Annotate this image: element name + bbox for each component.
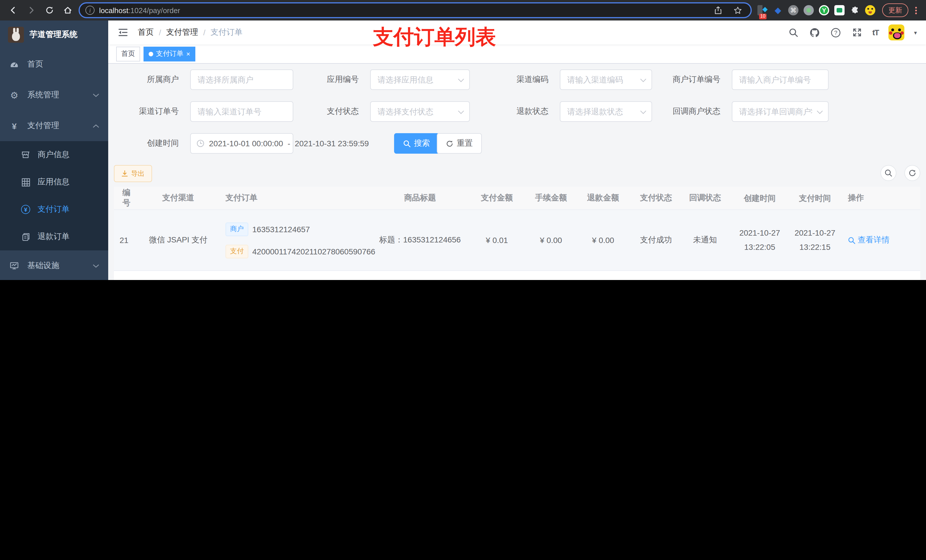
sidebar-item-refund-order[interactable]: 退款订单 (0, 223, 108, 251)
chevron-down-icon (817, 106, 823, 117)
sidebar-item-label: 基础设施 (27, 261, 59, 271)
url-text: localhost:1024/pay/order (99, 6, 180, 15)
address-bar[interactable]: i localhost:1024/pay/order (79, 2, 752, 18)
channel-code-select[interactable] (566, 74, 646, 85)
sidebar-toggle-icon[interactable] (117, 27, 129, 38)
extension-icon[interactable] (803, 5, 814, 15)
sidebar-item-app-info[interactable]: 应用信息 (0, 169, 108, 196)
refund-status-select[interactable] (566, 106, 646, 117)
chevron-down-icon (93, 264, 99, 268)
extensions-tray: ◆10 ◆ ⌘ Y (757, 5, 875, 15)
sidebar-item-label: 支付管理 (27, 121, 59, 131)
filter-channel-code: 渠道编码 (490, 69, 652, 90)
forward-icon[interactable] (24, 3, 39, 18)
home-icon[interactable] (61, 3, 75, 18)
tags-view-bar: 首页 支付订单 × (108, 44, 926, 64)
reload-icon[interactable] (42, 3, 57, 18)
user-avatar[interactable] (888, 24, 904, 41)
tag-pay-order[interactable]: 支付订单 × (144, 46, 195, 61)
avatar-caret-icon[interactable]: ▾ (914, 29, 917, 36)
extension-icon[interactable]: Y (819, 5, 829, 15)
filter-app: 应用编号 (302, 69, 470, 90)
help-icon[interactable]: ? (830, 27, 842, 38)
refresh-button[interactable] (904, 165, 920, 181)
filter-row-1: 所属商户 应用编号 渠道编码 商户订单编号 (114, 69, 920, 90)
sidebar-item-system[interactable]: 系统管理 (0, 80, 108, 110)
active-dot (149, 51, 153, 56)
sidebar-item-label: 退款订单 (38, 232, 70, 242)
page-content: 所属商户 应用编号 渠道编码 商户订单编号 (108, 64, 926, 280)
extensions-puzzle-icon[interactable] (850, 5, 860, 15)
extension-icon[interactable]: ◆10 (757, 5, 768, 15)
svg-text:?: ? (834, 29, 837, 36)
breadcrumb-home[interactable]: 首页 (138, 27, 154, 38)
table-toolbar: 导出 (114, 165, 920, 182)
breadcrumb-payment[interactable]: 支付管理 (166, 27, 198, 38)
site-info-icon[interactable]: i (85, 6, 95, 15)
sidebar-item-label: 应用信息 (38, 177, 70, 187)
monitor-icon (9, 261, 20, 270)
bookmark-star-icon[interactable] (730, 3, 745, 18)
gear-icon (9, 90, 20, 100)
profile-avatar-icon[interactable] (865, 5, 875, 15)
merchant-tag: 商户 (225, 222, 248, 236)
chevron-down-icon (93, 93, 99, 97)
export-button[interactable]: 导出 (114, 165, 152, 182)
app-title: 芋道管理系统 (30, 30, 77, 40)
sidebar-item-home[interactable]: 首页 (0, 49, 108, 80)
channel-order-no-input[interactable] (197, 106, 287, 117)
table-header: 编号 支付渠道 支付订单 商品标题 支付金额 手续金额 退款金额 支付状态 回调… (114, 187, 920, 210)
merchant-order-no-input[interactable] (738, 74, 822, 85)
sidebar-item-pay-order[interactable]: 支付订单 (0, 196, 108, 223)
fullscreen-icon[interactable] (851, 27, 863, 38)
merchant-input[interactable] (197, 74, 287, 85)
chevron-up-icon (93, 124, 99, 128)
share-icon[interactable] (711, 3, 726, 18)
chevron-down-icon (458, 106, 464, 117)
extension-icon[interactable] (834, 5, 844, 15)
table-row: 20 微信 JSAPI 支付 商户1635311949168 支付4200001… (114, 271, 920, 280)
pay-status-select[interactable] (377, 106, 464, 117)
merchant-order-no: 1635312124657 (252, 225, 310, 234)
back-icon[interactable] (6, 3, 21, 18)
tag-home[interactable]: 首页 (116, 46, 140, 61)
browser-menu-icon[interactable] (912, 6, 920, 14)
filter-refund-status: 退款状态 (490, 101, 652, 122)
header-search-icon[interactable] (788, 27, 800, 38)
table-row: 21 微信 JSAPI 支付 商户1635312124657 支付4200001… (114, 210, 920, 271)
date-range-input[interactable]: 2021-10-01 00:00:00 - 2021-10-31 23:59:5… (190, 133, 293, 154)
app-logo[interactable]: 芋道管理系统 (0, 21, 108, 49)
filter-pay-status: 支付状态 (302, 101, 470, 122)
orders-table: 编号 支付渠道 支付订单 商品标题 支付金额 手续金额 退款金额 支付状态 回调… (114, 187, 920, 280)
search-button[interactable]: 搜索 (394, 133, 439, 154)
screen: i localhost:1024/pay/order ◆10 ◆ ⌘ Y 更新 (0, 0, 926, 280)
yen-icon (9, 121, 20, 131)
close-icon[interactable]: × (186, 50, 190, 57)
grid-icon (21, 178, 31, 186)
extension-icon[interactable]: ◆ (773, 5, 783, 15)
clock-icon (197, 139, 204, 147)
extension-icon[interactable]: ⌘ (788, 5, 799, 15)
sidebar-item-label: 商户信息 (38, 150, 70, 160)
reset-button[interactable]: 重置 (437, 133, 482, 154)
toggle-search-button[interactable] (881, 165, 896, 181)
view-details-link[interactable]: 查看详情 (848, 235, 890, 245)
filter-row-3: 创建时间 2021-10-01 00:00:00 - 2021-10-31 23… (114, 133, 920, 154)
logo-image (8, 27, 24, 43)
browser-update-button[interactable]: 更新 (882, 3, 908, 17)
callback-status-select[interactable] (738, 106, 822, 117)
shop-icon (21, 150, 31, 159)
filter-row-2: 渠道订单号 支付状态 退款状态 回调商户状态 (114, 101, 920, 122)
page-annotation: 支付订单列表 (373, 23, 496, 51)
yen-circle-icon (21, 205, 31, 214)
sidebar-item-merchant-info[interactable]: 商户信息 (0, 141, 108, 169)
navbar: 首页 / 支付管理 / 支付订单 ? (108, 21, 926, 44)
github-icon[interactable] (809, 27, 821, 38)
sidebar: 芋道管理系统 首页 系统管理 支付管理 (0, 21, 108, 280)
font-size-icon[interactable]: tT (873, 28, 879, 37)
app-select[interactable] (377, 74, 464, 85)
sidebar-item-label: 首页 (27, 59, 43, 69)
sidebar-item-infra[interactable]: 基础设施 (0, 251, 108, 280)
sidebar-item-payment[interactable]: 支付管理 (0, 110, 108, 141)
breadcrumb-current: 支付订单 (211, 27, 243, 38)
